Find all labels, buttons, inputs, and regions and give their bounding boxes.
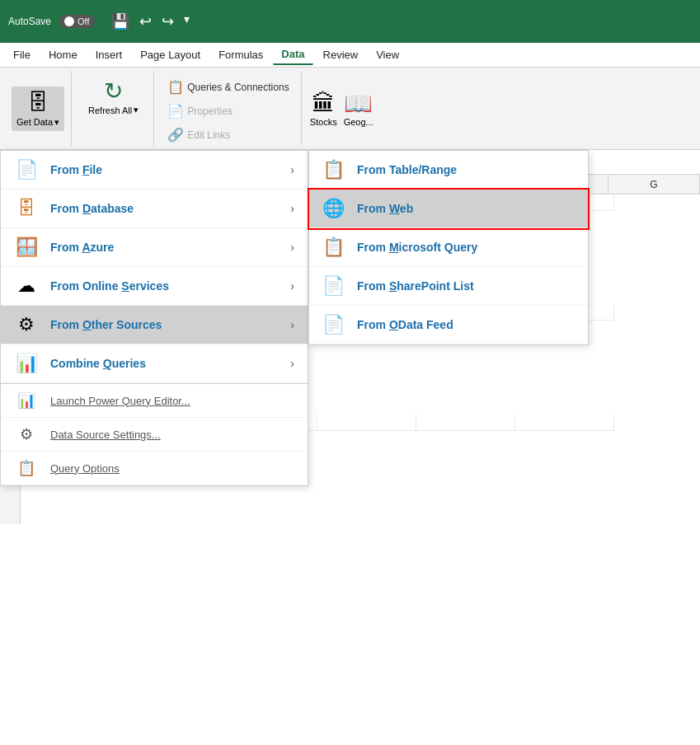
combine-queries-chevron: ›: [290, 357, 294, 370]
from-table-range-icon: 📋: [321, 159, 345, 180]
menu-home[interactable]: Home: [40, 45, 86, 64]
from-sharepoint-list-icon: 📄: [321, 275, 345, 297]
query-options-icon: 📋: [14, 459, 39, 477]
edit-links-label: Edit Links: [187, 129, 230, 141]
combine-queries-icon: 📊: [14, 353, 39, 374]
properties-label: Properties: [187, 105, 233, 117]
edit-links-icon: 🔗: [167, 127, 184, 143]
from-sharepoint-list-label: From SharePoint List: [357, 279, 474, 293]
launch-pqe-icon: 📊: [14, 391, 39, 410]
menu-bar: File Home Insert Page Layout Formulas Da…: [0, 43, 700, 68]
save-icon[interactable]: 💾: [111, 12, 129, 30]
menu-review[interactable]: Review: [315, 45, 367, 64]
from-file-chevron: ›: [290, 163, 294, 176]
menu-view[interactable]: View: [368, 45, 407, 64]
from-online-services-chevron: ›: [290, 279, 294, 293]
menu-formulas[interactable]: Formulas: [210, 45, 271, 64]
from-database-label: From Database: [50, 202, 279, 215]
queries-connections-button[interactable]: 📋 Queries & Connections: [162, 77, 294, 96]
from-azure-chevron: ›: [290, 241, 294, 254]
from-file-label: From File: [50, 163, 279, 176]
combine-queries-label: Combine Queries: [50, 357, 279, 370]
from-other-sources-icon: ⚙: [14, 314, 39, 335]
data-source-settings-label: Data Source Settings...: [50, 429, 161, 441]
cell[interactable]: [515, 415, 614, 431]
stocks-label: Stocks: [310, 117, 337, 127]
menu-insert[interactable]: Insert: [87, 45, 131, 64]
properties-button[interactable]: 📄 Properties: [162, 101, 237, 120]
autosave-toggle[interactable]: Off: [59, 15, 94, 28]
from-azure-icon: 🪟: [14, 237, 39, 258]
toggle-dot: [64, 16, 74, 26]
from-microsoft-query-label: From Microsoft Query: [357, 241, 477, 254]
stocks-button[interactable]: 🏛 Stocks: [310, 90, 337, 127]
menu-option-combine-queries[interactable]: 📊 Combine Queries ›: [1, 344, 308, 383]
edit-links-button[interactable]: 🔗 Edit Links: [162, 125, 235, 144]
get-data-icon: 🗄: [27, 90, 49, 115]
get-data-button[interactable]: 🗄 Get Data ▾: [12, 87, 64, 131]
geography-button[interactable]: 📖 Geog...: [344, 90, 373, 127]
menu-page-layout[interactable]: Page Layout: [132, 45, 209, 64]
menu-option-from-file[interactable]: 📄 From File ›: [1, 151, 308, 190]
ribbon-get-data-group: 🗄 Get Data ▾: [5, 71, 72, 146]
launch-pqe-label: Launch Power Query Editor...: [50, 395, 190, 407]
menu-option-from-azure[interactable]: 🪟 From Azure ›: [1, 228, 308, 267]
data-source-settings-icon: ⚙: [14, 425, 39, 443]
undo-icon[interactable]: ↩: [139, 12, 152, 30]
from-odata-feed-label: From OData Feed: [357, 318, 453, 331]
cell[interactable]: [416, 415, 515, 431]
from-other-sources-submenu: 📋 From Table/Range 🌐 From Web 📋 From Mic…: [308, 150, 589, 345]
from-microsoft-query-icon: 📋: [321, 237, 345, 258]
get-data-label: Get Data: [16, 117, 53, 127]
refresh-all-label: Refresh All: [88, 105, 132, 115]
submenu-item-from-microsoft-query[interactable]: 📋 From Microsoft Query: [309, 228, 588, 267]
submenu-item-from-sharepoint-list[interactable]: 📄 From SharePoint List: [309, 267, 588, 306]
submenu-item-from-table-range[interactable]: 📋 From Table/Range: [309, 151, 588, 190]
from-online-services-icon: ☁: [14, 275, 39, 297]
menu-option-launch-pqe[interactable]: 📊 Launch Power Query Editor...: [1, 384, 308, 418]
refresh-all-arrow: ▾: [134, 105, 139, 115]
title-bar-icons: 💾 ↩ ↪ ▾: [111, 12, 190, 30]
geography-icon: 📖: [344, 90, 373, 117]
menu-option-from-database[interactable]: 🗄 From Database ›: [1, 190, 308, 228]
menu-option-from-other-sources[interactable]: ⚙ From Other Sources ›: [1, 306, 308, 344]
from-web-label: From Web: [357, 202, 413, 215]
submenu-item-from-odata-feed[interactable]: 📄 From OData Feed: [309, 306, 588, 344]
queries-connections-label: Queries & Connections: [187, 82, 289, 93]
col-header-g: G: [608, 175, 700, 194]
get-data-dropdown: 📄 From File › 🗄 From Database › 🪟 From A…: [0, 150, 308, 486]
autosave-label: AutoSave: [8, 16, 51, 27]
from-odata-feed-icon: 📄: [321, 314, 345, 335]
ribbon: 🗄 Get Data ▾ ↻ Refresh All ▾ 📋 Queries &…: [0, 68, 700, 150]
more-icon[interactable]: ▾: [184, 12, 190, 30]
menu-file[interactable]: File: [5, 45, 39, 64]
menu-data[interactable]: Data: [273, 45, 312, 65]
stocks-icon: 🏛: [312, 90, 335, 117]
submenu-item-from-web[interactable]: 🌐 From Web: [309, 190, 588, 228]
ribbon-data-types-group: 🏛 Stocks 📖 Geog...: [303, 71, 380, 146]
from-table-range-label: From Table/Range: [357, 163, 457, 176]
redo-icon[interactable]: ↪: [162, 12, 174, 30]
from-other-sources-chevron: ›: [290, 318, 294, 331]
from-database-chevron: ›: [290, 202, 294, 215]
refresh-icon: ↻: [104, 77, 123, 105]
queries-icon: 📋: [167, 79, 184, 95]
from-online-services-label: From Online Services: [50, 279, 279, 293]
from-azure-label: From Azure: [50, 241, 279, 254]
menu-option-query-options[interactable]: 📋 Query Options: [1, 452, 308, 485]
title-bar: AutoSave Off 💾 ↩ ↪ ▾: [0, 0, 700, 43]
query-options-label: Query Options: [50, 462, 120, 475]
from-other-sources-label: From Other Sources: [50, 318, 279, 331]
geography-label: Geog...: [344, 117, 373, 127]
ribbon-refresh-group: ↻ Refresh All ▾: [73, 71, 154, 146]
from-file-icon: 📄: [14, 159, 39, 180]
from-database-icon: 🗄: [14, 198, 39, 219]
cell[interactable]: [317, 415, 416, 431]
menu-option-data-source-settings[interactable]: ⚙ Data Source Settings...: [1, 418, 308, 452]
menu-option-from-online-services[interactable]: ☁ From Online Services ›: [1, 267, 308, 306]
refresh-all-button[interactable]: ↻ Refresh All ▾: [80, 74, 147, 119]
ribbon-queries-group: 📋 Queries & Connections 📄 Properties 🔗 E…: [156, 71, 301, 146]
autosave-off-label: Off: [78, 16, 89, 26]
get-data-arrow: ▾: [54, 117, 59, 128]
properties-icon: 📄: [167, 103, 184, 119]
